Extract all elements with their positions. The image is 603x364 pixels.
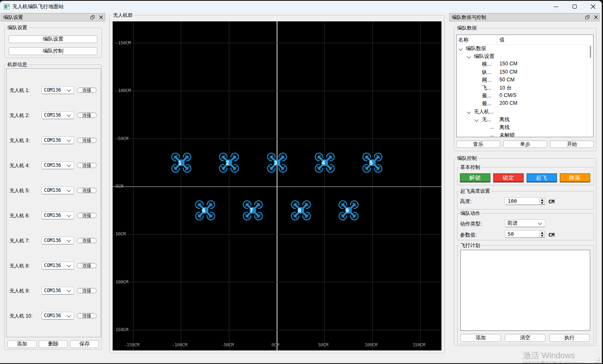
com-port-select[interactable]: COM136	[42, 111, 74, 119]
drone-marker-3[interactable]: 3	[266, 152, 288, 173]
tree-scrollbar[interactable]	[587, 45, 593, 137]
connect-button[interactable]: 连接	[77, 113, 97, 118]
right-dock-header[interactable]: 编队数据与控制	[449, 13, 600, 21]
tree-row[interactable]: 最... 0 CM/S	[457, 92, 593, 100]
data-group-button[interactable]: 单步	[503, 141, 547, 148]
drone-marker-5[interactable]: 5	[362, 152, 383, 173]
height-spinbox[interactable]: 100	[505, 197, 545, 205]
connect-button[interactable]: 连接	[77, 263, 97, 268]
scrollbar-thumb[interactable]	[590, 46, 591, 58]
chevron-down-icon[interactable]	[475, 117, 479, 122]
tree-row[interactable]: 最... 200 CM	[457, 100, 593, 108]
tree-row[interactable]: 无... 离线	[457, 116, 593, 124]
tree-row[interactable]: 横... 150 CM	[457, 60, 593, 68]
tree-row[interactable]: 无人机...	[457, 108, 593, 116]
close-icon[interactable]	[594, 15, 598, 20]
spin-down-button[interactable]	[539, 234, 545, 237]
left-dock-title: 编队设置	[3, 14, 23, 21]
com-port-select[interactable]: COM136	[42, 312, 74, 320]
resize-grip[interactable]	[595, 358, 601, 363]
tree-row[interactable]: 网... 50 CM	[457, 76, 593, 84]
formation-data-tree[interactable]: 名称 值 编队数据 编队设置 横...	[456, 35, 594, 137]
basic-control-button[interactable]: 起飞	[527, 173, 557, 182]
basic-control-button[interactable]: 降落	[560, 173, 590, 182]
float-icon[interactable]	[90, 15, 95, 20]
float-icon[interactable]	[585, 15, 590, 20]
tree-row[interactable]: ... 离线	[457, 124, 593, 131]
drone-marker-9[interactable]: 9	[338, 200, 359, 221]
left-dock-header[interactable]: 编队设置	[1, 13, 105, 21]
fleet-footer-button[interactable]: 保存	[70, 340, 99, 348]
spin-down-button[interactable]	[539, 201, 545, 205]
com-port-select[interactable]: COM136	[42, 262, 74, 270]
drone-label: 无人机 4:	[9, 162, 30, 169]
connect-button[interactable]: 连接	[77, 213, 97, 218]
data-group-button[interactable]: 音乐	[456, 141, 500, 148]
chevron-down-icon[interactable]	[459, 47, 463, 51]
drone-marker-2[interactable]: 2	[218, 152, 240, 173]
com-port-select[interactable]: COM136	[42, 287, 74, 295]
tree-row[interactable]: ... 未解锁	[457, 131, 593, 137]
drone-label: 无人机 3:	[9, 137, 30, 144]
action-type-value: 前进	[507, 220, 518, 227]
com-port-select[interactable]: COM136	[42, 237, 74, 244]
drone-marker-8[interactable]: 8	[290, 200, 312, 221]
spin-up-button[interactable]	[539, 231, 545, 234]
param-spinbox[interactable]: 50	[505, 230, 545, 238]
minimize-button[interactable]	[548, 1, 564, 12]
connect-button[interactable]: 连接	[77, 88, 97, 93]
formation-settings-button[interactable]: 编队设置	[9, 35, 97, 43]
connect-button[interactable]: 连接	[77, 288, 97, 293]
com-port-select[interactable]: COM136	[42, 161, 74, 169]
com-port-select[interactable]: COM136	[42, 136, 74, 144]
tree-item-value: 150 CM	[499, 69, 518, 75]
com-port-select[interactable]: COM136	[42, 212, 74, 219]
basic-control-button[interactable]: 解锁	[460, 173, 490, 182]
drone-label: 无人机 6:	[9, 212, 30, 219]
fleet-list: 无人机 1: COM136 连接 无人机 2: COM136 连接 无人机 3:	[6, 68, 101, 337]
svg-text:5: 5	[370, 159, 373, 166]
tree-column-name[interactable]: 名称	[458, 37, 469, 44]
flight-plan-button[interactable]: 添加	[460, 334, 501, 342]
gridline-vertical	[324, 21, 325, 350]
com-port-value: COM136	[44, 187, 61, 194]
flight-plan-button[interactable]: 执行	[549, 334, 590, 342]
drone-marker-7[interactable]: 7	[242, 200, 263, 221]
com-port-select[interactable]: COM136	[42, 187, 74, 194]
fleet-footer-button[interactable]: 删除	[39, 340, 68, 348]
formation-control-button[interactable]: 编队控制	[9, 47, 97, 55]
maximize-button[interactable]	[566, 1, 583, 12]
formation-data-group-label: 编队数据	[456, 25, 478, 31]
connect-button[interactable]: 连接	[77, 238, 97, 243]
tree-row[interactable]: 纵... 150 CM	[457, 69, 593, 76]
chevron-down-icon[interactable]	[467, 55, 471, 59]
window-top-edge	[0, 0, 603, 1]
tree-column-value[interactable]: 值	[499, 37, 505, 44]
fleet-footer-button[interactable]: 添加	[7, 340, 37, 348]
connect-button[interactable]: 连接	[77, 138, 97, 143]
com-port-select[interactable]: COM136	[42, 86, 74, 94]
svg-text:1: 1	[178, 159, 181, 166]
close-button[interactable]	[585, 1, 601, 12]
tree-row[interactable]: 编队设置	[457, 53, 593, 60]
basic-control-button[interactable]: 锁定	[493, 173, 524, 182]
connect-button[interactable]: 连接	[77, 313, 97, 318]
drone-marker-6[interactable]: 6	[194, 200, 216, 221]
close-icon[interactable]	[99, 15, 104, 20]
connect-button[interactable]: 连接	[77, 163, 97, 168]
drone-marker-1[interactable]: 1	[171, 152, 192, 173]
spin-up-button[interactable]	[539, 198, 545, 201]
flight-plan-list[interactable]	[460, 250, 590, 331]
tree-row[interactable]: 飞... 10 台	[457, 84, 593, 92]
connect-button[interactable]: 连接	[77, 188, 97, 193]
flight-plan-button[interactable]: 清空	[505, 334, 545, 342]
fleet-row: 无人机 7: COM136 连接	[7, 237, 101, 244]
action-type-select[interactable]: 前进	[505, 219, 545, 227]
drone-marker-4[interactable]: 4	[314, 152, 335, 173]
data-group-button[interactable]: 开始	[550, 141, 594, 148]
tree-row[interactable]: 编队数据	[457, 45, 593, 53]
tree-column-divider[interactable]	[497, 36, 497, 44]
svg-text:3: 3	[274, 159, 277, 166]
drone-map-canvas[interactable]: -150CM-100CM-50CM0CM50CM100CM150CM-150CM…	[113, 21, 441, 350]
chevron-down-icon[interactable]	[467, 110, 471, 114]
